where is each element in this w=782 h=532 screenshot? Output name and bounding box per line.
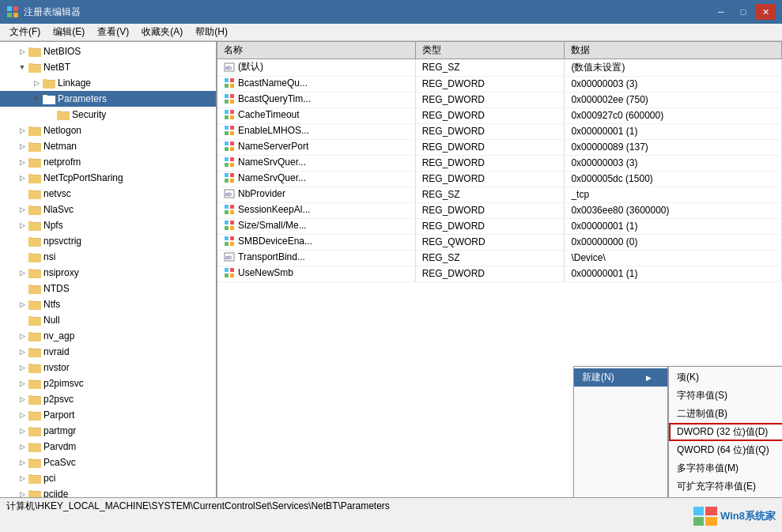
cell-name: SessionKeepAl... [217,202,415,218]
expander-pciide[interactable]: ▷ [16,488,28,497]
table-row[interactable]: ab (默认) REG_SZ (数值未设置) [217,59,782,77]
menu-edit[interactable]: 编辑(E) [47,24,91,40]
table-row[interactable]: BcastNameQu... REG_DWORD 0x00000003 (3) [217,76,782,92]
tree-item-netvsc[interactable]: ▷ netvsc [0,186,216,202]
cell-name: CacheTimeout [217,108,415,123]
tree-item-p2psvc[interactable]: ▷ p2psvc [0,391,216,407]
expander-nlasvc[interactable]: ▷ [16,203,28,216]
folder-icon-netbt [28,62,41,73]
expander-ntfs[interactable]: ▷ [16,298,28,311]
tree-item-parvdm[interactable]: ▷ Parvdm [0,439,216,455]
expander-netbt[interactable]: ▼ [16,61,28,74]
expander-p2pimsvc[interactable]: ▷ [16,377,28,390]
svg-rect-95 [230,78,234,82]
expander-nsiproxy[interactable]: ▷ [16,266,28,279]
tree-item-pcasvc[interactable]: ▷ PcaSvc [0,455,216,470]
tree-item-security[interactable]: ▷ Security [0,107,216,123]
svg-rect-94 [225,78,229,82]
svg-text:ab: ab [225,65,232,70]
cell-data: 0x00000001 (1) [565,266,782,281]
tree-item-nsiproxy[interactable]: ▷ nsiproxy [0,265,216,281]
submenu-item-multistring[interactable]: 多字符串值(M) [669,459,782,477]
menu-view[interactable]: 查看(V) [91,24,135,40]
tree-item-netprofm[interactable]: ▷ netprofm [0,154,216,170]
expander-partmgr[interactable]: ▷ [16,424,28,437]
submenu-item-binary[interactable]: 二进制值(B) [669,405,782,423]
tree-item-netlogon[interactable]: ▷ Netlogon [0,123,216,138]
tree-item-nettcpportsharing[interactable]: ▷ NetTcpPortSharing [0,170,216,186]
expander-nvraid[interactable]: ▷ [16,345,28,358]
svg-rect-67 [28,365,41,373]
table-row[interactable]: UseNewSmb REG_DWORD 0x00000001 (1) [217,266,782,281]
table-row[interactable]: ab TransportBind... REG_SZ \Device\ [217,250,782,266]
label-npsvctrig: npsvctrig [43,236,81,247]
submenu-item-expandstring[interactable]: 可扩充字符串值(E) [669,477,782,496]
tree-item-nvraid[interactable]: ▷ nvraid [0,344,216,360]
maximize-button[interactable]: □ [733,4,754,20]
tree-item-npfs[interactable]: ▷ Npfs [0,217,216,233]
menu-favorites[interactable]: 收藏夹(A) [135,24,189,40]
label-netman: Netman [43,141,77,152]
submenu-item-key[interactable]: 项(K) [669,368,782,387]
tree-item-nvstor[interactable]: ▷ nvstor [0,360,216,375]
cell-name: NameSrvQuer... [217,155,415,171]
table-row[interactable]: NameSrvQuer... REG_DWORD 0x00000003 (3) [217,155,782,171]
expander-nettcpportsharing[interactable]: ▷ [16,172,28,184]
minimize-button[interactable]: ─ [711,4,731,20]
expander-nvstor[interactable]: ▷ [16,361,28,374]
tree-item-npsvctrig[interactable]: ▷ npsvctrig [0,233,216,249]
expander-npfs[interactable]: ▷ [16,219,28,232]
submenu-item-string[interactable]: 字符串值(S) [669,387,782,405]
right-values-panel[interactable]: 名称 类型 数据 ab (默认) REG_SZ (数值未设置) [217,42,782,497]
menu-file[interactable]: 文件(F) [3,24,47,40]
tree-item-netman[interactable]: ▷ Netman [0,138,216,154]
tree-item-null[interactable]: ▷ Null [0,312,216,328]
svg-rect-125 [230,205,234,209]
table-row[interactable]: Size/Small/Me... REG_DWORD 0x00000001 (1… [217,218,782,234]
expander-netlogon[interactable]: ▷ [16,124,28,137]
table-row[interactable]: NameSrvQuer... REG_DWORD 0x000005dc (150… [217,171,782,187]
expander-parport[interactable]: ▷ [16,409,28,421]
expander-netbios[interactable]: ▷ [16,45,28,58]
submenu-item-qword[interactable]: QWORD (64 位)值(Q) [669,441,782,459]
expander-netman[interactable]: ▷ [16,140,28,153]
table-row[interactable]: BcastQueryTim... REG_DWORD 0x000002ee (7… [217,92,782,108]
table-row[interactable]: NameServerPort REG_DWORD 0x00000089 (137… [217,139,782,155]
table-row[interactable]: CacheTimeout REG_DWORD 0x000927c0 (60000… [217,108,782,123]
tree-item-pci[interactable]: ▷ pci [0,470,216,486]
close-button[interactable]: ✕ [755,4,776,20]
expander-p2psvc[interactable]: ▷ [16,393,28,406]
submenu-item-dword[interactable]: DWORD (32 位)值(D) [669,423,782,441]
tree-item-netbios[interactable]: ▷ NetBIOS [0,43,216,59]
expander-netprofm[interactable]: ▷ [16,156,28,168]
svg-rect-133 [230,236,234,240]
expander-parameters[interactable]: ▼ [30,92,43,105]
table-row[interactable]: SessionKeepAl... REG_DWORD 0x0036ee80 (3… [217,202,782,218]
table-row[interactable]: EnableLMHOS... REG_DWORD 0x00000001 (1) [217,123,782,139]
table-row[interactable]: SMBDeviceEna... REG_QWORD 0x00000000 (0) [217,234,782,250]
expander-pci[interactable]: ▷ [16,472,28,485]
expander-parvdm[interactable]: ▷ [16,440,28,453]
left-tree-panel[interactable]: ▷ NetBIOS ▼ NetBT ▷ [0,42,217,497]
new-menu-item[interactable]: 新建(N) [574,368,667,387]
tree-item-parameters[interactable]: ▼ Parameters [0,91,216,107]
expander-nv-agp[interactable]: ▷ [16,330,28,342]
tree-item-nv-agp[interactable]: ▷ nv_agp [0,328,216,344]
table-row[interactable]: ab NbProvider REG_SZ _tcp [217,187,782,202]
label-nvraid: nvraid [43,346,70,357]
svg-rect-73 [28,397,41,405]
tree-item-nlasvc[interactable]: ▷ NlaSvc [0,202,216,217]
tree-item-parport[interactable]: ▷ Parport [0,407,216,423]
expander-linkage[interactable]: ▷ [30,77,43,89]
menu-help[interactable]: 帮助(H) [189,24,234,40]
folder-icon-parameters [43,93,55,104]
tree-item-nsi[interactable]: ▷ nsi [0,249,216,265]
tree-item-partmgr[interactable]: ▷ partmgr [0,423,216,439]
tree-item-pciide[interactable]: ▷ pciide [0,486,216,497]
tree-item-ntds[interactable]: ▷ NTDS [0,281,216,296]
tree-item-netbt[interactable]: ▼ NetBT [0,59,216,75]
tree-item-linkage[interactable]: ▷ Linkage [0,75,216,91]
tree-item-ntfs[interactable]: ▷ Ntfs [0,296,216,312]
expander-pcasvc[interactable]: ▷ [16,456,28,469]
tree-item-p2pimsvc[interactable]: ▷ p2pimsvc [0,375,216,391]
